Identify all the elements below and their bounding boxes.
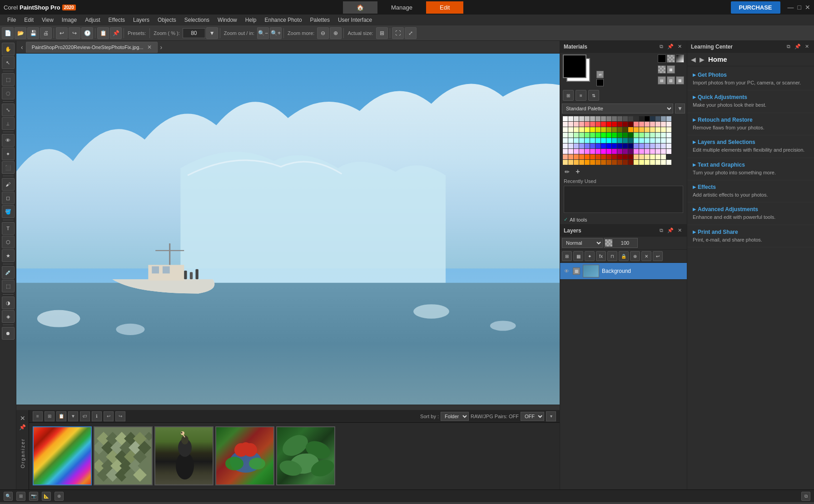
menu-image[interactable]: Image [58, 16, 80, 24]
swatch[interactable] [590, 149, 595, 154]
swatch[interactable] [639, 122, 644, 127]
org-list-view[interactable]: ≡ [33, 411, 43, 421]
swatch[interactable] [568, 149, 573, 154]
swatch[interactable] [650, 127, 655, 132]
swatch[interactable] [666, 122, 671, 127]
swatch[interactable] [563, 127, 568, 132]
swatch[interactable] [655, 122, 660, 127]
materials-float-btn[interactable]: ⧉ [658, 43, 665, 50]
swatch[interactable] [655, 143, 660, 148]
swatch[interactable] [574, 154, 579, 159]
swatch[interactable] [601, 154, 606, 159]
canvas-horizontal-scrollbar[interactable] [16, 405, 560, 410]
swatch[interactable] [612, 133, 617, 138]
swatch-white[interactable] [563, 116, 568, 121]
materials-close-btn[interactable]: ✕ [676, 43, 683, 50]
org-raw-jpg-select[interactable]: OFF ON [521, 412, 544, 421]
swatch[interactable] [661, 143, 666, 148]
swatch[interactable] [639, 143, 644, 148]
swatch[interactable] [645, 138, 650, 143]
zoom-input[interactable] [183, 28, 205, 38]
lc-close-btn[interactable]: ✕ [803, 43, 810, 50]
close-button[interactable]: ✕ [805, 4, 810, 11]
swatch[interactable] [617, 143, 622, 148]
layer-lock-btn[interactable]: 🔒 [619, 251, 629, 261]
swatch[interactable] [590, 138, 595, 143]
swatch-black[interactable] [645, 116, 650, 121]
swatch[interactable] [579, 133, 584, 138]
swatch[interactable] [623, 133, 628, 138]
status-btn-5[interactable]: ⊕ [55, 492, 64, 501]
swatch[interactable] [650, 160, 655, 165]
swatch[interactable] [563, 160, 568, 165]
swatch[interactable] [666, 138, 671, 143]
swatch[interactable] [612, 127, 617, 132]
all-tools-label[interactable]: All tools [570, 217, 587, 222]
swatch[interactable] [655, 160, 660, 165]
tool-fill[interactable]: 🪣 [2, 205, 15, 218]
paste-button[interactable]: 📌 [110, 27, 122, 39]
swatch[interactable] [623, 160, 628, 165]
swatch[interactable] [606, 160, 611, 165]
swatch[interactable] [596, 149, 601, 154]
mat-extra-icon-2[interactable]: ▧ [667, 76, 675, 84]
layer-delete-btn[interactable]: ✕ [641, 251, 651, 261]
tool-blemish[interactable]: ✦ [2, 148, 15, 160]
swatch[interactable] [612, 154, 617, 159]
zoom-out-button[interactable]: 🔍− [257, 27, 269, 39]
org-thumb-colorful-tiles[interactable] [33, 426, 92, 485]
layer-merge-btn[interactable]: ⊓ [607, 251, 617, 261]
swatch[interactable] [639, 138, 644, 143]
swatch[interactable] [650, 138, 655, 143]
swatch[interactable] [601, 127, 606, 132]
swatch[interactable] [661, 149, 666, 154]
swatch[interactable] [574, 133, 579, 138]
swatch[interactable] [634, 143, 639, 148]
swatch[interactable] [579, 149, 584, 154]
swatch[interactable] [655, 154, 660, 159]
tool-dodge-burn[interactable]: ◑ [2, 296, 15, 309]
swatch[interactable] [623, 149, 628, 154]
print-button[interactable]: 🖨 [40, 27, 52, 39]
swatch[interactable] [568, 127, 573, 132]
lc-forward-btn[interactable]: ▶ [700, 56, 705, 63]
status-btn-2[interactable]: ⊞ [16, 492, 25, 501]
swatch[interactable] [639, 160, 644, 165]
swatch[interactable] [612, 122, 617, 127]
lc-item-print[interactable]: Print and Share Print, e-mail, and share… [687, 225, 814, 247]
menu-edit[interactable]: Edit [20, 16, 37, 24]
swatch[interactable] [579, 138, 584, 143]
swatch[interactable] [666, 143, 671, 148]
save-file-button[interactable]: 💾 [27, 27, 39, 39]
swatch[interactable] [650, 143, 655, 148]
tool-paint[interactable]: 🖌 [2, 178, 15, 191]
menu-user-interface[interactable]: User Interface [334, 16, 376, 24]
tool-pan[interactable]: ✋ [2, 43, 15, 55]
lc-item-get-photos[interactable]: Get Photos Import photos from your PC, c… [687, 68, 814, 90]
swatch[interactable] [623, 154, 628, 159]
swatch[interactable] [585, 160, 590, 165]
lc-item-effects[interactable]: Effects Add artistic effects to your pho… [687, 180, 814, 203]
org-collapse-btn[interactable]: ▾ [546, 411, 556, 421]
swatch[interactable] [628, 160, 633, 165]
org-grid-view[interactable]: ⊞ [45, 411, 55, 421]
status-btn-4[interactable]: 📐 [42, 492, 51, 501]
swatch[interactable] [623, 122, 628, 127]
swatch[interactable] [601, 116, 606, 121]
nav-home[interactable]: 🏠 [343, 1, 377, 14]
swatch[interactable] [568, 133, 573, 138]
swatch[interactable] [634, 127, 639, 132]
swatch[interactable] [645, 149, 650, 154]
swatch[interactable] [596, 160, 601, 165]
swatch[interactable] [612, 149, 617, 154]
swatch[interactable] [579, 154, 584, 159]
tool-preset[interactable]: ★ [2, 249, 15, 262]
menu-adjust[interactable]: Adjust [81, 16, 104, 24]
swatch[interactable] [590, 122, 595, 127]
mat-checker-icon-2[interactable] [658, 65, 666, 74]
mat-solid-icon[interactable] [658, 54, 666, 63]
swatch[interactable] [606, 133, 611, 138]
swatch[interactable] [568, 138, 573, 143]
organizer-pin-button[interactable]: 📌 [18, 423, 27, 432]
canvas-tab-close[interactable]: ✕ [147, 44, 152, 50]
